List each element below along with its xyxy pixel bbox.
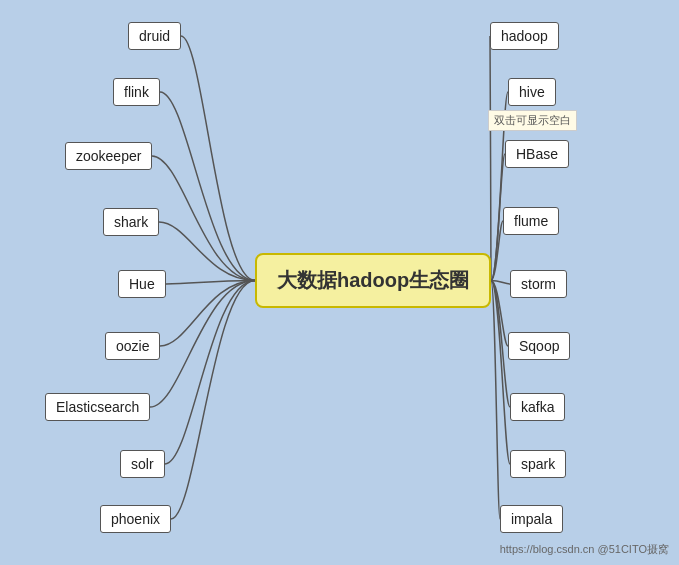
node-solr: solr xyxy=(120,450,165,478)
node-flume: flume xyxy=(503,207,559,235)
node-spark: spark xyxy=(510,450,566,478)
node-impala: impala xyxy=(500,505,563,533)
node-hadoop: hadoop xyxy=(490,22,559,50)
center-node: 大数据hadoop生态圈 xyxy=(255,253,491,308)
node-storm: storm xyxy=(510,270,567,298)
node-sqoop: Sqoop xyxy=(508,332,570,360)
node-shark: shark xyxy=(103,208,159,236)
watermark: https://blog.csdn.cn @51CITO摄窝 xyxy=(500,542,669,557)
node-hive: hive xyxy=(508,78,556,106)
node-flink: flink xyxy=(113,78,160,106)
node-phoenix: phoenix xyxy=(100,505,171,533)
node-zookeeper: zookeeper xyxy=(65,142,152,170)
tooltip: 双击可显示空白 xyxy=(488,110,577,131)
node-oozie: oozie xyxy=(105,332,160,360)
node-druid: druid xyxy=(128,22,181,50)
mind-map-container: 大数据hadoop生态圈 druid flink zookeeper shark… xyxy=(0,0,679,565)
node-kafka: kafka xyxy=(510,393,565,421)
node-hbase: HBase xyxy=(505,140,569,168)
node-hue: Hue xyxy=(118,270,166,298)
node-elasticsearch: Elasticsearch xyxy=(45,393,150,421)
